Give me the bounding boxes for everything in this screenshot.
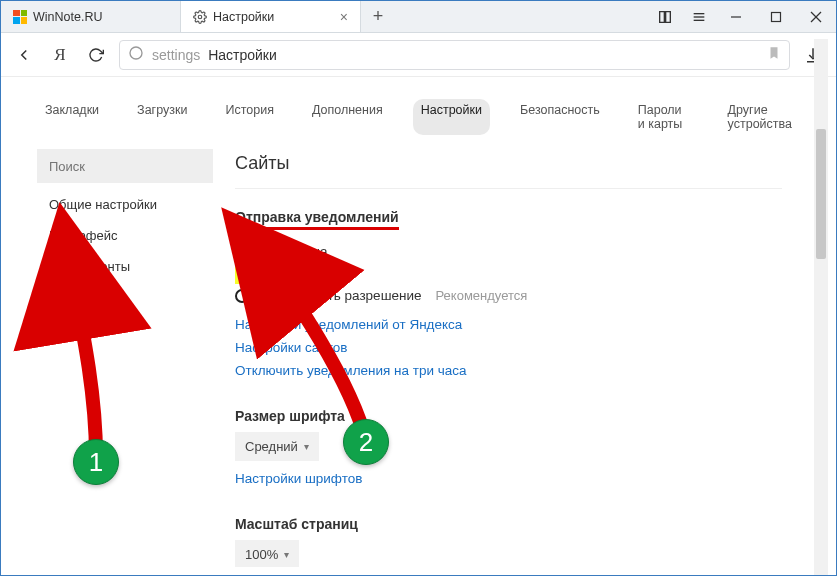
tab-label: WinNote.RU	[33, 10, 168, 24]
radio-allowed[interactable]: Разрешена	[235, 240, 782, 263]
radio-label: Разрешена	[257, 244, 327, 259]
subnav-security[interactable]: Безопасность	[512, 99, 608, 135]
yandex-home-button[interactable]: Я	[47, 42, 73, 68]
link-site-settings[interactable]: Настройки сайтов	[235, 336, 782, 359]
close-window-button[interactable]	[796, 1, 836, 32]
tab-label: Настройки	[213, 10, 334, 24]
subnav-passwords[interactable]: Пароли и карты	[630, 99, 698, 135]
svg-point-0	[198, 15, 202, 19]
font-size-title: Размер шрифта	[235, 408, 782, 424]
radio-icon	[241, 267, 255, 281]
reload-button[interactable]	[83, 42, 109, 68]
sidebar-item-system[interactable]: Системные	[37, 313, 213, 344]
page-title: Сайты	[235, 153, 782, 174]
radio-ask[interactable]: Запрашивать разрешение Рекомендуется	[235, 284, 782, 307]
radio-label: Запрещена	[263, 266, 334, 281]
ms-four-color-icon	[13, 10, 27, 24]
svg-point-8	[130, 47, 142, 59]
title-bar: WinNote.RU Настройки × +	[1, 1, 836, 33]
search-input[interactable]	[37, 149, 213, 183]
content-scrollbar[interactable]	[814, 39, 828, 576]
subnav-devices[interactable]: Другие устройства	[720, 99, 800, 135]
browser-toolbar: Я settings Настройки	[1, 33, 836, 77]
subnav-bookmarks[interactable]: Закладки	[37, 99, 107, 135]
settings-subnav: Закладки Загрузки История Дополнения Нас…	[1, 77, 836, 149]
select-value: 100%	[245, 547, 278, 562]
zoom-select[interactable]: 100% ▾	[235, 540, 299, 567]
chevron-down-icon: ▾	[304, 441, 309, 452]
svg-rect-5	[772, 12, 781, 21]
tab-close-icon[interactable]: ×	[340, 9, 348, 25]
sidebar-item-sites[interactable]: Сайты	[37, 282, 100, 313]
subnav-settings[interactable]: Настройки	[413, 99, 490, 135]
sidebar-item-interface[interactable]: Интерфейс	[37, 220, 213, 251]
browser-tab-settings[interactable]: Настройки ×	[181, 1, 361, 32]
radio-icon	[235, 289, 249, 303]
recommended-badge: Рекомендуется	[435, 288, 527, 303]
link-disable-3h[interactable]: Отключить уведомления на три часа	[235, 359, 782, 382]
bookmark-icon[interactable]	[767, 46, 781, 63]
notifications-title: Отправка уведомлений	[235, 209, 399, 230]
new-tab-button[interactable]: +	[361, 1, 395, 32]
sidebar-item-tools[interactable]: Инструменты	[37, 251, 213, 282]
menu-icon[interactable]	[682, 1, 716, 32]
link-font-settings[interactable]: Настройки шрифтов	[235, 467, 782, 490]
back-button[interactable]	[11, 42, 37, 68]
select-value: Средний	[245, 439, 298, 454]
maximize-window-button[interactable]	[756, 1, 796, 32]
settings-content: Сайты Отправка уведомлений Разрешена Зап…	[235, 149, 800, 567]
settings-sidebar: Общие настройки Интерфейс Инструменты Са…	[37, 149, 213, 567]
browser-tab-winnote[interactable]: WinNote.RU	[1, 1, 181, 32]
address-bar-text: settings Настройки	[152, 47, 277, 63]
chevron-down-icon: ▾	[284, 549, 289, 560]
minimize-window-button[interactable]	[716, 1, 756, 32]
gear-icon	[193, 10, 207, 24]
radio-icon	[235, 245, 249, 259]
subnav-downloads[interactable]: Загрузки	[129, 99, 195, 135]
divider	[235, 188, 782, 189]
radio-label: Запрашивать разрешение	[257, 288, 421, 303]
radio-blocked[interactable]: Запрещена	[235, 263, 340, 284]
link-yandex-notifications[interactable]: Настройки уведомлений от Яндекса	[235, 313, 782, 336]
reader-mode-icon[interactable]	[648, 1, 682, 32]
subnav-history[interactable]: История	[217, 99, 281, 135]
sidebar-item-general[interactable]: Общие настройки	[37, 189, 213, 220]
subnav-addons[interactable]: Дополнения	[304, 99, 391, 135]
yandex-o-icon	[128, 45, 144, 64]
address-bar[interactable]: settings Настройки	[119, 40, 790, 70]
zoom-title: Масштаб страниц	[235, 516, 782, 532]
font-size-select[interactable]: Средний ▾	[235, 432, 319, 461]
